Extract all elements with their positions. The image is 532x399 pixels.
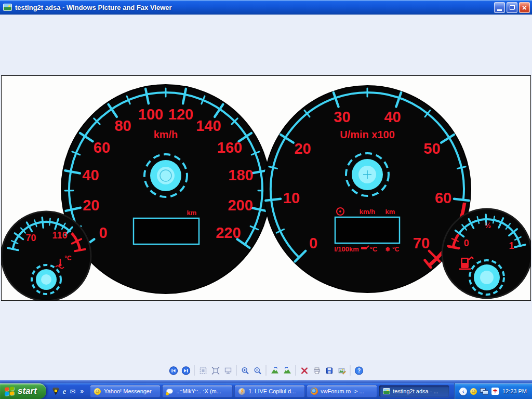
- taskbar: start e ✉ » ☺Yahoo! Messenger..::MikY::.…: [0, 383, 532, 399]
- next-image-button[interactable]: [180, 364, 192, 377]
- next-image-icon: [181, 366, 190, 375]
- svg-text:km/h: km/h: [154, 129, 178, 140]
- yahoo-smiley-icon[interactable]: ☺: [470, 388, 477, 395]
- speedometer-gauge: 020406080100120140160180200220km/hkm: [61, 85, 270, 294]
- network-icon[interactable]: [480, 388, 488, 395]
- viewer-canvas: 020406080100120140160180200220km/hkm0102…: [0, 15, 532, 383]
- previous-image-button[interactable]: [167, 364, 180, 377]
- viewer-toolbar: ?: [167, 364, 365, 377]
- picture-viewer-app-icon: [3, 4, 12, 11]
- firefox-icon: [310, 388, 318, 395]
- svg-text:30: 30: [334, 109, 350, 125]
- help-icon: ?: [354, 366, 363, 375]
- titlebar: testing2t adsa - Windows Picture and Fax…: [0, 0, 532, 15]
- tray-collapse-chevron-icon[interactable]: ‹: [459, 388, 467, 395]
- start-slideshow-button[interactable]: [222, 364, 234, 377]
- svg-text:180: 180: [228, 167, 253, 183]
- svg-text:km: km: [187, 209, 197, 217]
- svg-text:l/100km: l/100km: [334, 245, 359, 253]
- copy-to-icon: [325, 366, 334, 375]
- svg-text:0: 0: [464, 238, 469, 248]
- rotate-counterclockwise-button[interactable]: [269, 364, 281, 377]
- rotate-clockwise-button[interactable]: [281, 364, 294, 377]
- previous-image-icon: [169, 366, 178, 375]
- help-button[interactable]: ?: [353, 364, 365, 377]
- svg-text:160: 160: [217, 139, 242, 156]
- svg-text:½: ½: [485, 221, 491, 230]
- toolbar-separator: [194, 365, 195, 376]
- taskbar-task-1[interactable]: ☺Yahoo! Messenger: [90, 385, 161, 397]
- yahoo-messenger-icon: ☺: [94, 388, 101, 395]
- toolbar-separator: [266, 365, 267, 376]
- svg-text:200: 200: [228, 197, 252, 214]
- close-button[interactable]: ×: [519, 2, 530, 13]
- svg-text:50: 50: [423, 140, 440, 157]
- winamp-icon: [238, 388, 246, 395]
- edit-button[interactable]: [336, 364, 348, 377]
- window-title: testing2t adsa - Windows Picture and Fax…: [15, 4, 493, 11]
- gauge-cluster-svg: 020406080100120140160180200220km/hkm0102…: [2, 76, 530, 300]
- print-icon: [312, 366, 321, 375]
- svg-text:60: 60: [94, 139, 110, 156]
- task-label: ..::MikY::.. :X (m...: [176, 388, 221, 394]
- minimize-button[interactable]: [494, 2, 505, 13]
- zoom-out-icon: [253, 366, 262, 375]
- svg-text:❄ °C: ❄ °C: [385, 246, 400, 253]
- svg-text:20: 20: [83, 197, 99, 214]
- svg-text:220: 220: [216, 224, 241, 241]
- print-button[interactable]: [311, 364, 323, 377]
- toolbar-separator: [296, 365, 296, 376]
- outlook-express-icon[interactable]: ✉: [70, 388, 76, 395]
- svg-text:0: 0: [309, 235, 317, 251]
- internet-explorer-icon[interactable]: e: [63, 387, 66, 396]
- zoom-out-button[interactable]: [251, 364, 264, 377]
- svg-text:100: 100: [138, 106, 163, 123]
- actual-size-icon: [211, 366, 220, 375]
- restore-button[interactable]: [507, 2, 517, 13]
- windows-flag-icon: [5, 387, 15, 396]
- svg-text:U/min x100: U/min x100: [340, 129, 395, 140]
- delete-icon: [300, 366, 309, 375]
- quick-launch-bar: e ✉ »: [46, 383, 88, 399]
- edit-icon: [337, 366, 346, 375]
- app-shield-icon[interactable]: [52, 388, 59, 395]
- avira-antivirus-icon[interactable]: ☂: [491, 388, 499, 395]
- taskbar-task-2[interactable]: ..::MikY::.. :X (m...: [162, 385, 233, 397]
- svg-text:°C: °C: [64, 255, 72, 262]
- zoom-in-icon: [241, 366, 249, 375]
- copy-to-button[interactable]: [323, 364, 336, 377]
- tray-clock: 12:23 PM: [502, 388, 527, 394]
- svg-text:km/h: km/h: [360, 208, 375, 216]
- actual-size-button[interactable]: [209, 364, 222, 377]
- rotate-clockwise-icon: [283, 366, 291, 375]
- toolbar-separator: [236, 365, 237, 376]
- delete-button[interactable]: [298, 364, 311, 377]
- system-tray: ‹ ☺ ☂ 12:23 PM: [454, 383, 532, 399]
- svg-text:0: 0: [99, 224, 108, 241]
- taskbar-task-3[interactable]: 1. LIVE Copilul d...: [234, 385, 305, 397]
- gauge-cluster-image: 020406080100120140160180200220km/hkm0102…: [1, 75, 531, 301]
- svg-text:80: 80: [114, 117, 131, 134]
- svg-text:40: 40: [384, 109, 401, 125]
- best-fit-button[interactable]: [197, 364, 209, 377]
- svg-text:?: ?: [357, 367, 360, 373]
- quick-launch-overflow-chevron[interactable]: »: [80, 388, 84, 395]
- minimize-icon: [497, 9, 502, 11]
- restore-icon: [510, 5, 515, 10]
- svg-text:40: 40: [82, 167, 99, 183]
- svg-text:60: 60: [435, 190, 451, 206]
- svg-text:°C: °C: [370, 245, 378, 253]
- svg-text:70: 70: [413, 235, 430, 251]
- task-label: 1. LIVE Copilul d...: [248, 388, 296, 394]
- taskbar-task-4[interactable]: vwForum.ro -> ...: [307, 385, 377, 397]
- task-label: vwForum.ro -> ...: [321, 388, 364, 394]
- svg-text:10: 10: [283, 190, 300, 206]
- svg-text:110: 110: [52, 230, 68, 241]
- zoom-in-button[interactable]: [239, 364, 251, 377]
- taskbar-task-5[interactable]: testing2t adsa - ...: [379, 385, 449, 397]
- rotate-counterclockwise-icon: [270, 366, 279, 375]
- chat-window-icon: [166, 388, 174, 395]
- start-slideshow-icon: [223, 366, 232, 375]
- best-fit-icon: [198, 366, 207, 375]
- start-button[interactable]: start: [0, 383, 46, 399]
